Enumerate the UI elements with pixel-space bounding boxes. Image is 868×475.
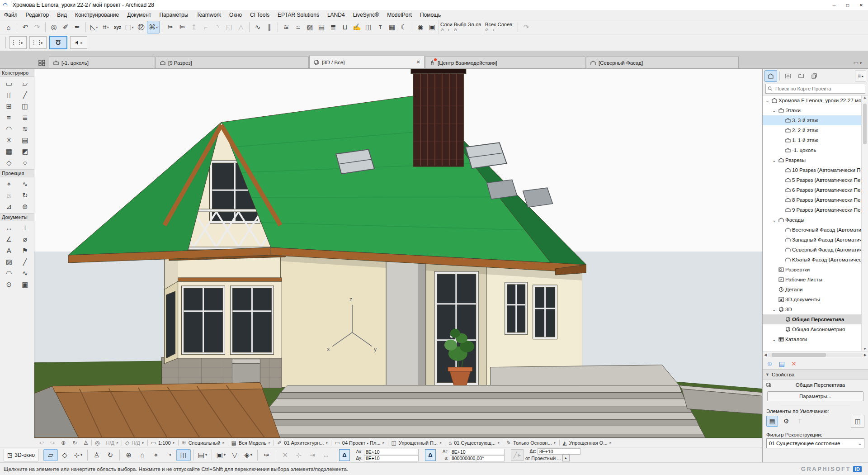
scrollbar-thumb[interactable] [863,104,867,144]
zoom-in-icon[interactable]: ⊕ [58,438,69,447]
history-forward-icon[interactable]: ↪ [47,438,58,447]
profiles-icon[interactable]: ≈ [292,21,304,33]
projection-settings-icon[interactable]: ⊹▾ [71,450,85,461]
tree-item-3d-документы[interactable]: 3D-документы [763,294,861,304]
bucket-icon[interactable]: ◫ [363,21,374,33]
properties-section-header[interactable]: ▼Свойства [763,369,868,380]
tool-hotspot[interactable]: ⊙ [1,279,17,290]
menu-помощь[interactable]: Помощь [416,10,445,20]
tool-orbit[interactable]: ↻ [17,190,33,201]
visibility-icon[interactable]: ◉ [415,21,426,33]
tool-stair[interactable]: ≡ [1,112,17,123]
3d-model-canvas[interactable]: z x y [34,69,762,438]
tree-item-3-3-й-этаж[interactable]: 3. 3-й этаж [763,115,861,125]
paintbrush-icon[interactable]: ✍ [351,21,363,33]
polyline-edit-icon[interactable]: ∿ [252,21,264,33]
fillet-icon[interactable]: ◝ [212,21,223,33]
tool-slab[interactable]: ▱ [17,78,33,89]
complex-profile-icon[interactable]: ⊔ [339,21,351,33]
chevron-expanded-icon[interactable]: ⌄ [771,158,777,163]
favorites-icon[interactable]: ≋ [280,21,292,33]
tab-bar-menu-icon[interactable]: ▭ ▾ [854,60,862,66]
adjust-icon[interactable]: ↥ [188,21,200,33]
scroll-right-icon[interactable]: ▶ [864,353,867,357]
site-equipment-icon[interactable]: ⚙ [781,416,792,426]
dz-field[interactable]: 8Е+10 [538,448,580,455]
toolbox-section-1[interactable]: Проекция [0,169,34,177]
history-back-icon[interactable]: ↩ [36,438,47,447]
chevron-expanded-icon[interactable]: ⌄ [771,108,777,113]
measure-icon[interactable]: ⑫ [135,21,147,33]
tool-beam[interactable]: ╱ [17,89,33,100]
tree-item-хромова-е-lenora-уроки-22-27-мо[interactable]: ⌄Хромова Е Lenora_уроки 22-27 мо [763,95,861,105]
coordinates-icon[interactable]: xyz [112,21,123,33]
tool-skylight[interactable]: ✳ [1,134,17,146]
tool-window[interactable]: ⊞ [1,100,17,112]
tree-item--1-цоколь[interactable]: -1. цоколь [763,145,861,155]
tool-column[interactable]: ▯ [1,89,17,100]
tab--1-цоколь[interactable]: [-1. цоколь] [49,57,155,68]
menu-livesync-[interactable]: LiveSync® [349,10,383,20]
tool-text[interactable]: A [1,245,17,256]
toolbox-section-0[interactable]: Конструиро [0,69,34,77]
tree-item-3d[interactable]: ⌄3D [763,304,861,314]
publisher-icon[interactable] [808,71,820,81]
delete-viewpoint-icon[interactable]: ✕ [791,360,797,367]
menu-документ[interactable]: Документ [123,10,155,20]
camera-view-icon[interactable]: ⌖ [149,450,163,461]
surface-paint-icon[interactable]: ✑ [260,450,274,461]
guide-lines-icon[interactable]: ◺▾ [88,21,100,33]
inject-parameters-icon[interactable]: ✒ [71,21,83,33]
undo-icon[interactable]: ↶ [19,21,31,33]
intersect-icon[interactable]: ⌐ [200,21,212,33]
scroll-left-icon[interactable]: ◀ [764,353,767,357]
tool-line[interactable]: ╱ [17,256,33,267]
tool-camera[interactable]: ⌖ [1,178,17,190]
line-types-icon[interactable]: ≣ [327,21,339,33]
scale-control[interactable]: ▭1:100▸ [148,438,178,447]
multiply-icon[interactable]: ✕ [278,450,292,461]
tool-fill[interactable]: ▨ [1,256,17,267]
layout-book-icon[interactable] [795,71,807,81]
navigator-search[interactable] [765,84,865,94]
tool-object[interactable]: ○ [17,157,33,168]
tool-wall[interactable]: ▭ [1,78,17,89]
cutting-plane-icon[interactable]: ◫ [176,449,191,461]
tool-zone[interactable]: ◩ [17,146,33,157]
tree-item-8-разрез-автоматически-пер[interactable]: 8 Разрез (Автоматически Пер [763,195,861,205]
tool-spline[interactable]: ∿ [17,267,33,279]
model-view-options[interactable]: ▭04 Проект - Пл...▸ [331,438,387,447]
tree-item-детали[interactable]: Детали [763,285,861,294]
menu-вид[interactable]: Вид [53,10,71,20]
tab-центр-взаимодействия[interactable]: [Центр Взаимодействия] [425,57,585,68]
partial-structure[interactable]: ✎Только Основн...▸ [503,438,559,447]
tool-morph[interactable]: ◇ [1,157,17,168]
frame-icon[interactable]: ▢▾ [123,21,135,33]
gravity-button[interactable]: ╱▸ [511,449,524,461]
resize-icon[interactable]: ◱ [223,21,235,33]
tool-sun[interactable]: ☼ [1,190,17,201]
redo-alt-icon[interactable]: ↷ [520,21,532,33]
schedule-icon[interactable]: ▦ [386,21,398,33]
chevron-expanded-icon[interactable]: ⌄ [764,98,770,103]
renovation-filter[interactable]: ⌂01 Существующ...▸ [445,438,503,447]
favorites-folder-icon[interactable]: ◫ [851,415,864,428]
model-filter[interactable]: ▤Вся Модель▸ [228,438,274,447]
marquee-3d-icon[interactable]: ▣▾ [214,450,228,461]
magnet-button[interactable]: Ω [49,36,67,49]
composite-icon[interactable]: ▤ [316,21,327,33]
orientation-preset[interactable]: ◇Н/Д▸ [122,438,147,447]
layers-selected-cluster[interactable]: Слои Выбр.Эл-ов⊘∘⊘ [438,20,483,34]
delta-xy-button[interactable]: Δ [339,449,350,461]
search-input[interactable] [774,86,863,92]
tool-figure[interactable]: ▣ [17,279,33,290]
scroll-down-icon[interactable]: ▼ [863,347,867,351]
tree-item-6-разрез-автоматически-пер[interactable]: 6 Разрез (Автоматически Пер [763,185,861,195]
select-area-button[interactable]: ▸ [29,36,47,49]
view-options-icon[interactable]: ▤▾ [196,450,209,461]
nudge-icon[interactable]: ↔ [319,450,333,461]
chevron-expanded-icon[interactable]: ⌄ [771,218,777,223]
tool-level-dim[interactable]: ⊥ [17,222,33,233]
minimize-button[interactable]: ─ [827,0,841,10]
tree-item-северный-фасад-автоматиче[interactable]: Северный Фасад (Автоматиче [763,245,861,255]
